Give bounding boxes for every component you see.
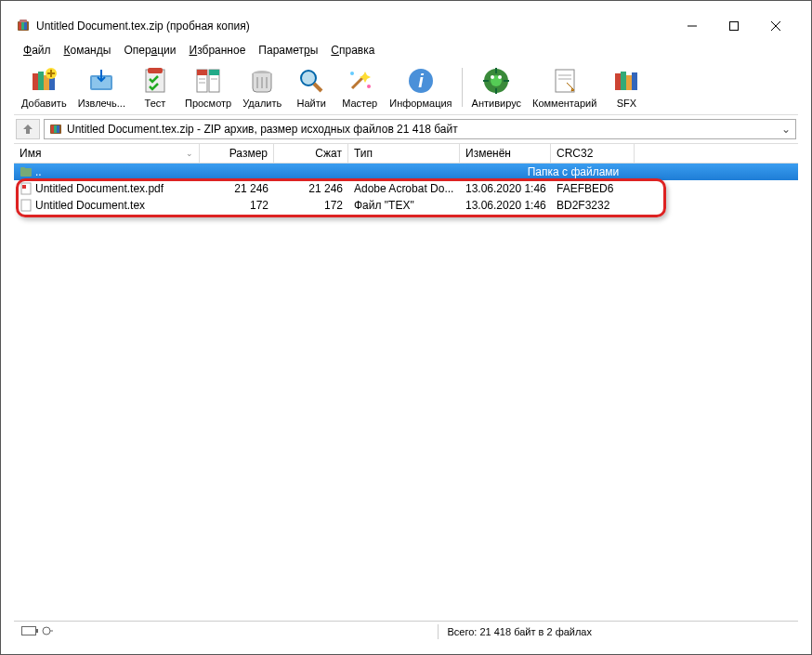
battery-icon: [21, 626, 38, 637]
column-headers: Имя⌄ Размер Сжат Тип Изменён CRC32: [14, 143, 798, 164]
svg-rect-17: [148, 68, 163, 73]
menu-file[interactable]: Файл: [18, 42, 57, 59]
up-button[interactable]: [16, 119, 40, 139]
antivirus-icon: [481, 66, 511, 96]
cell-packed: 21 246: [274, 181, 348, 196]
window-title: Untitled Document.tex.zip (пробная копия…: [36, 20, 671, 33]
svg-point-42: [491, 75, 494, 79]
close-button[interactable]: [754, 13, 796, 39]
minimize-button[interactable]: [671, 13, 713, 39]
statusbar: Всего: 21 418 байт в 2 файлах: [14, 621, 798, 641]
plug-icon: [42, 626, 53, 637]
cell-modified: 13.06.2020 1:46: [460, 198, 551, 213]
file-row[interactable]: Untitled Document.tex 172 172 Файл "TEX"…: [14, 197, 798, 214]
cell-type: Файл "TEX": [348, 198, 460, 213]
status-total: Всего: 21 418 байт в 2 файлах: [438, 624, 799, 639]
file-row[interactable]: Untitled Document.tex.pdf 21 246 21 246 …: [14, 180, 798, 197]
info-button[interactable]: i Информация: [384, 64, 457, 111]
header-type[interactable]: Тип: [348, 144, 460, 163]
main-window: Untitled Document.tex.zip (пробная копия…: [0, 0, 812, 655]
svg-point-33: [367, 85, 371, 88]
svg-rect-20: [197, 70, 207, 75]
svg-rect-52: [51, 125, 54, 133]
extract-icon: [86, 66, 116, 96]
svg-rect-2: [21, 22, 24, 30]
svg-rect-47: [615, 73, 621, 90]
svg-point-62: [43, 627, 50, 635]
svg-point-32: [350, 72, 354, 75]
svg-text:i: i: [418, 71, 424, 91]
comment-button[interactable]: Комментарий: [527, 64, 602, 111]
menu-favorites[interactable]: Избранное: [184, 42, 252, 59]
menu-commands[interactable]: Команды: [59, 42, 117, 59]
file-list[interactable]: .. Папка с файлами Untitled Document.tex…: [14, 164, 798, 621]
svg-line-30: [314, 84, 321, 91]
svg-rect-60: [22, 626, 36, 635]
maximize-button[interactable]: [713, 13, 754, 39]
svg-rect-6: [729, 22, 738, 31]
archive-icon: [48, 122, 63, 137]
view-icon: [193, 66, 223, 96]
books-sfx-icon: [611, 66, 641, 96]
cell-modified: 13.06.2020 1:46: [460, 181, 551, 196]
svg-point-43: [498, 75, 502, 79]
status-mid: [79, 630, 438, 634]
test-icon: [140, 66, 170, 96]
svg-rect-1: [19, 22, 21, 30]
cell-size: 172: [200, 198, 274, 213]
header-packed[interactable]: Сжат: [274, 144, 348, 163]
folder-up-icon: [20, 165, 33, 178]
svg-rect-48: [621, 72, 626, 90]
info-icon: i: [406, 66, 436, 96]
svg-rect-4: [20, 20, 27, 22]
header-name[interactable]: Имя⌄: [14, 144, 200, 163]
add-button[interactable]: Добавить: [16, 64, 72, 111]
trash-icon: [247, 66, 277, 96]
up-arrow-icon: [21, 123, 34, 136]
delete-button[interactable]: Удалить: [237, 64, 287, 111]
address-bar[interactable]: Untitled Document.tex.zip - ZIP архив, р…: [44, 119, 796, 139]
menubar: Файл Команды Операции Избранное Параметр…: [14, 40, 798, 60]
cell-size: 21 246: [200, 181, 274, 196]
toolbar: Добавить Извлечь... Тест Просмотр Удалит…: [14, 60, 798, 115]
header-modified[interactable]: Изменён: [460, 144, 551, 163]
svg-rect-44: [556, 70, 574, 92]
svg-rect-54: [57, 125, 59, 133]
svg-rect-9: [33, 73, 38, 90]
svg-rect-59: [21, 200, 31, 211]
books-add-icon: [29, 66, 59, 96]
sfx-button[interactable]: SFX: [602, 64, 650, 111]
svg-rect-21: [209, 70, 219, 75]
view-button[interactable]: Просмотр: [179, 64, 237, 111]
cell-type: Adobe Acrobat Do...: [348, 181, 460, 196]
menu-options[interactable]: Параметры: [253, 42, 323, 59]
app-icon: [16, 19, 31, 33]
search-icon: [296, 66, 326, 96]
antivirus-button[interactable]: Антивирус: [466, 64, 527, 111]
svg-rect-10: [38, 72, 44, 90]
svg-rect-53: [54, 125, 57, 133]
menu-operations[interactable]: Операции: [118, 42, 181, 59]
wizard-button[interactable]: Мастер: [335, 64, 384, 111]
cell-name: Untitled Document.tex.pdf: [14, 181, 200, 196]
test-button[interactable]: Тест: [131, 64, 179, 111]
svg-rect-50: [632, 72, 637, 90]
menu-help[interactable]: Справка: [325, 42, 380, 59]
header-crc[interactable]: CRC32: [551, 144, 635, 163]
find-button[interactable]: Найти: [287, 64, 335, 111]
parent-folder-row[interactable]: .. Папка с файлами: [14, 164, 798, 180]
extract-button[interactable]: Извлечь...: [72, 64, 131, 111]
cell-name: Untitled Document.tex: [14, 198, 200, 213]
header-size[interactable]: Размер: [200, 144, 274, 163]
window-controls: [671, 13, 796, 39]
svg-point-29: [301, 71, 316, 85]
pdf-icon: [20, 182, 33, 195]
address-text: Untitled Document.tex.zip - ZIP архив, р…: [67, 123, 458, 136]
sort-indicator-icon: ⌄: [186, 149, 193, 158]
wizard-icon: [345, 66, 374, 96]
address-dropdown-icon[interactable]: ⌄: [779, 123, 793, 136]
status-left: [14, 624, 79, 639]
cell-name: ..: [14, 164, 200, 179]
svg-rect-56: [20, 167, 25, 170]
cell-crc: BD2F3232: [551, 198, 635, 213]
